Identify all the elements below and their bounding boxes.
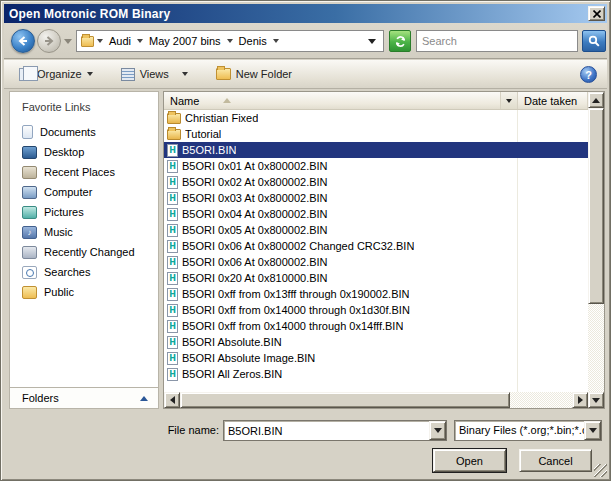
name-column-label: Name [170, 95, 199, 107]
vertical-scrollbar[interactable] [588, 92, 604, 408]
sidebar-item-pictures[interactable]: Pictures [22, 202, 158, 222]
forward-button[interactable] [37, 29, 61, 53]
bin-file-icon: H [167, 240, 178, 253]
arrow-up-icon [592, 98, 600, 103]
file-type-value: Binary Files (*.org;*.bin;*.ori;*.s [455, 421, 584, 440]
sidebar-item-public[interactable]: Public [22, 282, 158, 302]
search-input[interactable] [417, 31, 577, 51]
file-row[interactable]: H B5ORI 0x20 At 0x810000.BIN [164, 270, 588, 286]
open-button-label: Open [456, 455, 483, 467]
breadcrumb-separator-icon[interactable] [137, 39, 143, 43]
file-row[interactable]: H B5ORI 0x01 At 0x800002.BIN [164, 158, 588, 174]
bin-file-icon: H [167, 224, 178, 237]
file-row[interactable]: H B5ORI 0x06 At 0x800002 Changed CRC32.B… [164, 238, 588, 254]
breadcrumb-item-audi[interactable]: Audi [106, 35, 134, 47]
file-type-combo[interactable]: Binary Files (*.org;*.bin;*.ori;*.s [454, 420, 602, 441]
bin-file-icon: H [167, 320, 178, 333]
vertical-scroll-thumb[interactable] [588, 108, 604, 304]
file-row-selected[interactable]: H B5ORI.BIN [164, 142, 588, 158]
file-row[interactable]: H B5ORI 0x04 At 0x800002.BIN [164, 206, 588, 222]
recent-places-icon [22, 166, 37, 179]
name-column-filter-button[interactable] [501, 92, 518, 109]
breadcrumb-separator-icon[interactable] [227, 39, 233, 43]
documents-icon [22, 125, 33, 139]
file-name-dropdown-button[interactable] [429, 421, 446, 440]
views-button[interactable]: Views [114, 65, 195, 84]
desktop-icon [22, 146, 37, 159]
file-name-label: File name: [121, 424, 219, 436]
file-name-input[interactable] [224, 421, 429, 440]
music-icon: ♪ [22, 226, 37, 239]
sidebar-item-recently-changed[interactable]: Recently Changed [22, 242, 158, 262]
search-button[interactable] [582, 30, 606, 52]
back-button[interactable] [11, 29, 35, 53]
sidebar-item-searches[interactable]: Searches [22, 262, 158, 282]
file-row[interactable]: H B5ORI 0x02 At 0x800002.BIN [164, 174, 588, 190]
bin-file-icon: H [167, 192, 178, 205]
cancel-button[interactable]: Cancel [519, 449, 592, 472]
scroll-up-button[interactable] [588, 92, 604, 108]
file-row[interactable]: H B5ORI All Zeros.BIN [164, 366, 588, 382]
breadcrumb-item-may-2007-bins[interactable]: May 2007 bins [146, 35, 224, 47]
organize-button[interactable]: Organize [12, 65, 100, 84]
horizontal-scrollbar[interactable] [164, 392, 588, 408]
breadcrumb-item-denis[interactable]: Denis [236, 35, 270, 47]
file-row[interactable]: H B5ORI 0xff from 0x14000 through 0x1d30… [164, 302, 588, 318]
date-taken-column-label: Date taken [524, 95, 577, 107]
file-row[interactable]: Christian Fixed [164, 110, 588, 126]
file-row[interactable]: H B5ORI 0x05 At 0x800002.BIN [164, 222, 588, 238]
help-button[interactable]: ? [580, 66, 597, 83]
file-row[interactable]: H B5ORI 0xff from 0x14000 through 0x14ff… [164, 318, 588, 334]
sidebar-item-music[interactable]: ♪ Music [22, 222, 158, 242]
open-button[interactable]: Open [433, 449, 506, 472]
searches-icon [22, 266, 37, 279]
file-row[interactable]: H B5ORI 0xff from 0x13fff through 0x1900… [164, 286, 588, 302]
sidebar-item-label: Music [44, 226, 73, 238]
horizontal-scroll-thumb[interactable] [180, 392, 510, 408]
file-row[interactable]: Tutorial [164, 126, 588, 142]
file-name-combo [223, 420, 447, 441]
file-name: B5ORI 0x06 At 0x800002.BIN [182, 256, 328, 268]
new-folder-button[interactable]: New Folder [209, 65, 299, 83]
close-button[interactable] [588, 6, 605, 21]
resize-grip[interactable] [594, 464, 607, 477]
file-name: B5ORI All Zeros.BIN [182, 368, 282, 380]
breadcrumb-dropdown-icon[interactable] [368, 39, 376, 44]
scroll-right-button[interactable] [572, 392, 588, 408]
chevron-down-icon [182, 72, 188, 76]
file-type-dropdown-button[interactable] [584, 421, 601, 440]
refresh-button[interactable] [389, 30, 411, 52]
column-header-name[interactable]: Name [164, 92, 501, 109]
sidebar-item-documents[interactable]: Documents [22, 122, 158, 142]
sidebar-item-label: Recent Places [44, 166, 115, 178]
sidebar-item-computer[interactable]: Computer [22, 182, 158, 202]
file-name: B5ORI 0x04 At 0x800002.BIN [182, 208, 328, 220]
folders-expander[interactable]: Folders [9, 387, 159, 409]
file-name: B5ORI 0xff from 0x14000 through 0x14fff.… [182, 320, 403, 332]
recent-pages-chevron-icon[interactable] [64, 39, 72, 44]
chevron-down-icon [506, 99, 512, 103]
sidebar-item-label: Public [44, 286, 74, 298]
bin-file-icon: H [167, 336, 178, 349]
file-name: Tutorial [185, 128, 221, 140]
sidebar-item-desktop[interactable]: Desktop [22, 142, 158, 162]
file-name: B5ORI 0xff from 0x14000 through 0x1d30f.… [182, 304, 410, 316]
file-name: B5ORI 0x06 At 0x800002 Changed CRC32.BIN [182, 240, 414, 252]
title-bar[interactable]: Open Motronic ROM Binary [4, 4, 607, 23]
sidebar-item-label: Desktop [44, 146, 84, 158]
column-header-date-taken[interactable]: Date taken [518, 92, 588, 109]
scroll-down-button[interactable] [588, 392, 604, 408]
file-row[interactable]: H B5ORI 0x06 At 0x800002.BIN [164, 254, 588, 270]
file-row[interactable]: H B5ORI Absolute.BIN [164, 334, 588, 350]
favorites-sidebar: Favorite Links Documents Desktop Recent … [9, 91, 159, 387]
breadcrumb-separator-icon[interactable] [273, 39, 279, 43]
breadcrumb[interactable]: Audi May 2007 bins Denis [76, 30, 384, 52]
arrow-left-icon [170, 396, 175, 404]
sidebar-item-recent-places[interactable]: Recent Places [22, 162, 158, 182]
file-row[interactable]: H B5ORI 0x03 At 0x800002.BIN [164, 190, 588, 206]
bin-file-icon: H [167, 256, 178, 269]
file-name: B5ORI 0x03 At 0x800002.BIN [182, 192, 328, 204]
file-row[interactable]: H B5ORI Absolute Image.BIN [164, 350, 588, 366]
bin-file-icon: H [167, 160, 178, 173]
scroll-left-button[interactable] [164, 392, 180, 408]
